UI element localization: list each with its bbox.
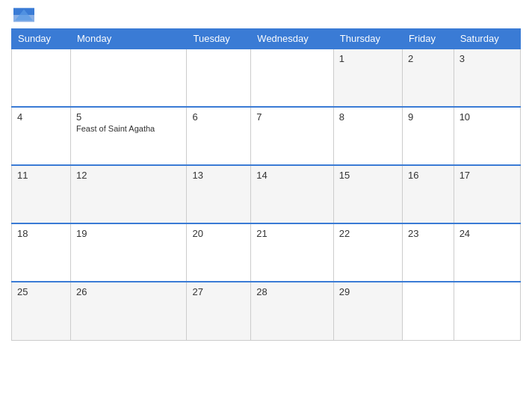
calendar-day-cell	[12, 49, 71, 107]
calendar-day-cell: 25	[12, 282, 71, 340]
calendar-day-cell: 8	[333, 107, 402, 165]
calendar-container: SundayMondayTuesdayWednesdayThursdayFrid…	[0, 0, 532, 411]
day-number: 6	[192, 111, 245, 123]
day-number: 2	[408, 53, 448, 64]
day-number: 13	[192, 170, 245, 181]
calendar-day-cell: 2	[402, 49, 454, 107]
calendar-day-cell: 24	[454, 223, 520, 282]
weekday-header-wednesday: Wednesday	[251, 29, 333, 49]
calendar-day-cell: 29	[333, 282, 402, 340]
weekday-header-monday: Monday	[71, 29, 187, 49]
calendar-table: SundayMondayTuesdayWednesdayThursdayFrid…	[11, 28, 521, 341]
calendar-week-row: 11121314151617	[12, 165, 521, 223]
day-number: 8	[339, 111, 397, 123]
day-number: 9	[408, 111, 448, 123]
event-label: Feast of Saint Agatha	[76, 124, 181, 133]
calendar-day-cell: 7	[251, 107, 333, 165]
weekday-header-row: SundayMondayTuesdayWednesdayThursdayFrid…	[12, 29, 521, 49]
day-number: 15	[339, 170, 397, 181]
day-number: 20	[192, 228, 245, 239]
day-number: 22	[339, 228, 397, 239]
calendar-week-row: 2526272829	[12, 282, 521, 340]
weekday-header-thursday: Thursday	[333, 29, 402, 49]
day-number: 21	[256, 228, 327, 239]
calendar-week-row: 123	[12, 49, 521, 107]
day-number: 27	[192, 286, 245, 297]
day-number: 14	[256, 170, 327, 181]
calendar-day-cell: 18	[12, 223, 71, 282]
weekday-header-sunday: Sunday	[12, 29, 71, 49]
day-number: 1	[339, 53, 397, 64]
day-number: 26	[76, 286, 181, 297]
day-number: 5	[76, 111, 181, 123]
calendar-day-cell	[251, 49, 333, 107]
calendar-day-cell: 22	[333, 223, 402, 282]
calendar-week-row: 18192021222324	[12, 223, 521, 282]
day-number: 29	[339, 286, 397, 297]
calendar-day-cell: 3	[454, 49, 520, 107]
day-number: 18	[17, 228, 65, 239]
calendar-day-cell: 16	[402, 165, 454, 223]
weekday-header-saturday: Saturday	[454, 29, 520, 49]
calendar-day-cell: 28	[251, 282, 333, 340]
day-number: 16	[408, 170, 448, 181]
day-number: 19	[76, 228, 181, 239]
calendar-day-cell: 15	[333, 165, 402, 223]
calendar-day-cell: 17	[454, 165, 520, 223]
calendar-day-cell: 19	[71, 223, 187, 282]
calendar-day-cell: 26	[71, 282, 187, 340]
calendar-week-row: 45Feast of Saint Agatha678910	[12, 107, 521, 165]
day-number: 24	[460, 228, 515, 239]
calendar-header	[11, 7, 521, 22]
day-number: 17	[460, 170, 515, 181]
day-number: 3	[460, 53, 515, 64]
day-number: 12	[76, 170, 181, 181]
calendar-day-cell: 21	[251, 223, 333, 282]
day-number: 7	[256, 111, 327, 123]
weekday-header-friday: Friday	[402, 29, 454, 49]
calendar-day-cell: 27	[187, 282, 251, 340]
calendar-day-cell	[71, 49, 187, 107]
calendar-day-cell: 9	[402, 107, 454, 165]
calendar-day-cell: 12	[71, 165, 187, 223]
calendar-day-cell: 4	[12, 107, 71, 165]
calendar-day-cell: 6	[187, 107, 251, 165]
calendar-day-cell: 20	[187, 223, 251, 282]
day-number: 10	[460, 111, 515, 123]
calendar-day-cell: 11	[12, 165, 71, 223]
calendar-day-cell: 23	[402, 223, 454, 282]
calendar-day-cell	[187, 49, 251, 107]
calendar-day-cell: 14	[251, 165, 333, 223]
calendar-day-cell	[402, 282, 454, 340]
calendar-day-cell	[454, 282, 520, 340]
day-number: 25	[17, 286, 65, 297]
calendar-day-cell: 5Feast of Saint Agatha	[71, 107, 187, 165]
logo-flag-icon	[13, 7, 34, 22]
calendar-day-cell: 13	[187, 165, 251, 223]
weekday-header-tuesday: Tuesday	[187, 29, 251, 49]
logo	[11, 7, 34, 22]
calendar-day-cell: 1	[333, 49, 402, 107]
day-number: 23	[408, 228, 448, 239]
day-number: 4	[17, 111, 65, 123]
day-number: 28	[256, 286, 327, 297]
day-number: 11	[17, 170, 65, 181]
calendar-day-cell: 10	[454, 107, 520, 165]
